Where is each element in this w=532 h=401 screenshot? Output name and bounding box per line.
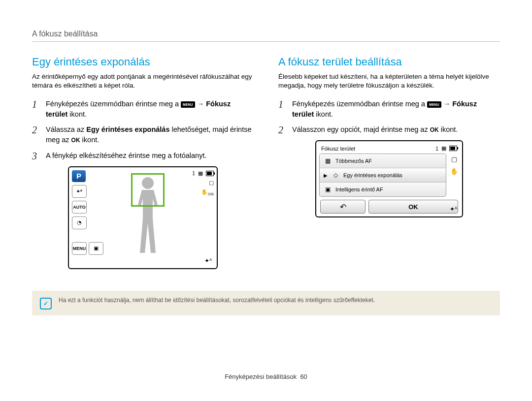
camera-preview: P ✦ᴬ AUTO ◔ MENU ▣ 1 ▦ ▢ — [68, 166, 218, 269]
af-area-indicator-icon: ▢ — [209, 180, 214, 186]
one-touch-icon: ◇ — [332, 172, 339, 179]
right-section-title: A fókusz terület beállítása — [278, 56, 500, 68]
list-item[interactable]: ▶ ◇ Egy érintéses exponálás — [320, 168, 446, 183]
panel-title: Fókusz terület — [321, 146, 355, 152]
list-item[interactable]: ▣ Intelligens érintő AF — [320, 183, 446, 196]
back-arrow-icon: ↶ — [340, 202, 346, 212]
step-number: 1 — [278, 99, 286, 120]
ois-icon: ✋OIS — [201, 189, 214, 196]
battery-icon — [206, 171, 214, 176]
display-icon: ▣ — [89, 242, 103, 255]
smart-touch-af-icon: ▣ — [324, 186, 332, 193]
note-box: ✓ Ha ezt a funkciót használja, nem állít… — [32, 291, 500, 315]
step-number: 3 — [32, 151, 40, 161]
page-footer: Fényképezési beállítások 60 — [0, 373, 532, 380]
counter: 1 — [435, 146, 438, 152]
ok-button[interactable]: OK — [368, 200, 458, 214]
auto-icon: AUTO — [72, 201, 87, 214]
menu-icon: MENU — [181, 101, 195, 108]
breadcrumb: A fókusz beállítása — [32, 30, 500, 42]
left-intro: Az érintőképernyő egy adott pontjának a … — [32, 72, 254, 90]
timer-icon: ◔ — [72, 216, 87, 229]
focus-area-panel: Fókusz terület 1 ▦ ▦ Többmezős AF — [315, 140, 463, 217]
focus-mode-indicator: ✦ᴬ — [204, 257, 212, 264]
ok-icon: OK — [430, 126, 439, 134]
focus-rectangle — [131, 173, 165, 207]
left-step-1: 1 Fényképezés üzemmódban érintse meg a M… — [32, 99, 254, 120]
counter: 1 — [192, 170, 195, 176]
chevron-right-icon: ▶ — [324, 173, 328, 178]
ois-icon: ✋ — [450, 168, 458, 175]
focus-area-list: ▦ Többmezős AF ▶ ◇ Egy érintéses exponál… — [319, 154, 446, 197]
right-step-1: 1 Fényképezés üzemmódban érintse meg a M… — [278, 99, 500, 120]
step-number: 2 — [32, 124, 40, 145]
step-number: 2 — [278, 124, 286, 135]
multi-af-icon: ▦ — [324, 157, 332, 164]
sd-icon: ▦ — [198, 170, 203, 177]
ok-icon: OK — [71, 136, 80, 145]
menu-button-icon: MENU — [72, 242, 87, 255]
right-intro: Élesebb képeket tud készíteni, ha a képt… — [278, 72, 500, 90]
right-step-2: 2 Válasszon egy opciót, majd érintse meg… — [278, 124, 500, 135]
battery-icon — [449, 146, 457, 151]
list-item[interactable]: ▦ Többmezős AF — [320, 154, 446, 168]
menu-icon: MENU — [427, 101, 441, 108]
back-button[interactable]: ↶ — [320, 200, 366, 214]
sd-icon: ▦ — [441, 145, 446, 152]
left-step-3: 3 A fénykép elkészítéséhez érintse meg a… — [32, 151, 254, 161]
mode-p-icon: P — [72, 170, 86, 182]
info-icon: ✓ — [40, 298, 52, 309]
focus-mode-indicator: ✦ᴬ — [450, 206, 457, 213]
flash-auto-icon: ✦ᴬ — [72, 185, 87, 198]
af-area-indicator-icon: ▢ — [451, 155, 457, 163]
note-text: Ha ezt a funkciót használja, nem állítha… — [59, 297, 375, 304]
left-section-title: Egy érintéses exponálás — [32, 56, 254, 68]
step-number: 1 — [32, 99, 40, 120]
left-step-2: 2 Válassza az Egy érintéses exponálás le… — [32, 124, 254, 145]
